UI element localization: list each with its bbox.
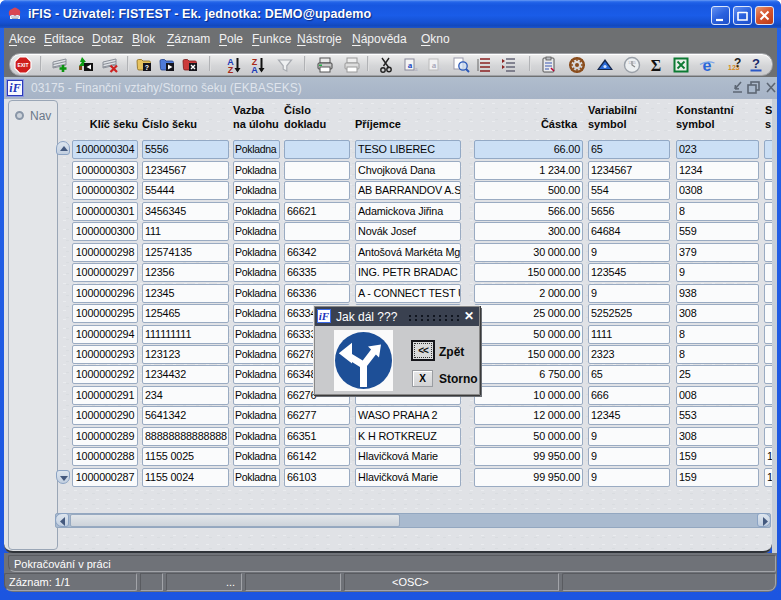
svg-text:Σ: Σ <box>651 57 661 74</box>
svg-text:a: a <box>432 60 437 70</box>
svg-text:e: e <box>703 57 712 74</box>
svg-text:A: A <box>251 65 258 74</box>
svg-text:12:15: 12:15 <box>628 61 636 65</box>
svg-text:?: ? <box>145 64 149 71</box>
svg-text:Z: Z <box>228 65 234 74</box>
svg-text:?: ? <box>752 56 760 71</box>
svg-text:a: a <box>408 60 413 70</box>
svg-text:a: a <box>414 65 418 73</box>
svg-text:a: a <box>438 65 442 73</box>
svg-text:EXIT: EXIT <box>17 62 28 68</box>
svg-text:?: ? <box>734 56 741 70</box>
